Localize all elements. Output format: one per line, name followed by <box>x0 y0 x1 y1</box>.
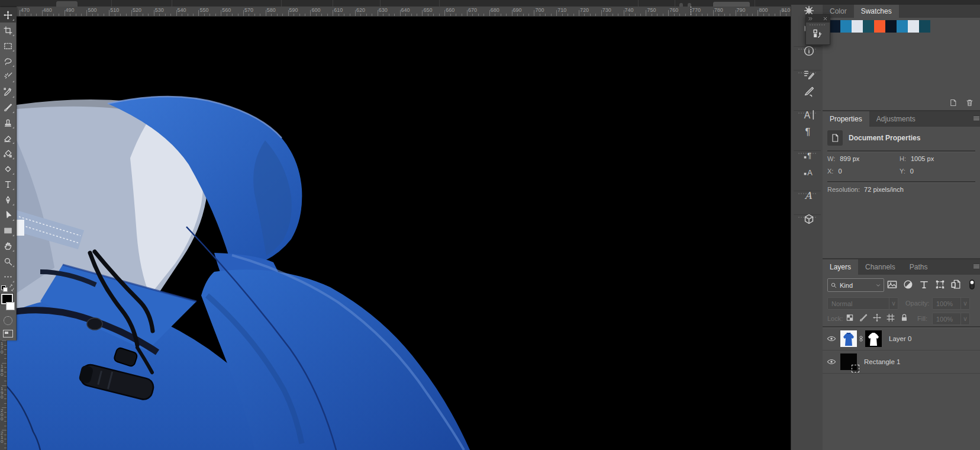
lock-transparent-pixels-icon[interactable] <box>845 313 855 323</box>
paragraph-styles-panel-icon[interactable]: ¶ <box>802 148 815 162</box>
expand-panel-icon[interactable] <box>808 16 813 21</box>
layer-visibility-eye-icon[interactable] <box>823 358 840 365</box>
layer-row[interactable]: Layer 0 <box>823 327 980 351</box>
tab-swatches[interactable]: Swatches <box>854 5 899 18</box>
ruler-label: 210 <box>1 431 3 443</box>
hand-tool[interactable] <box>0 238 16 253</box>
blend-mode-dropdown[interactable]: Normal ∨ <box>827 297 898 310</box>
marquee-tool[interactable] <box>0 38 16 53</box>
tab-channels[interactable]: Channels <box>858 259 902 275</box>
document-properties-header: Document Properties <box>827 130 920 146</box>
lock-artboard-icon[interactable] <box>886 313 895 323</box>
lock-all-icon[interactable] <box>900 313 909 323</box>
eraser-tool[interactable] <box>0 130 16 146</box>
character-styles-panel-icon[interactable]: A <box>802 165 815 179</box>
threed-panel-icon[interactable] <box>802 212 815 226</box>
floating-panel-header[interactable] <box>806 15 830 22</box>
dimension-w: W:899 px <box>827 155 900 162</box>
layer-visibility-eye-icon[interactable] <box>823 335 840 342</box>
filter-shape-icon[interactable] <box>934 278 946 291</box>
fill-dropdown[interactable]: 100% ∨ <box>932 313 970 325</box>
tab-adjustments[interactable]: Adjustments <box>869 111 923 127</box>
rectangle-tool[interactable] <box>0 223 16 238</box>
mask-link-icon[interactable] <box>858 333 865 344</box>
brush-tool[interactable] <box>0 99 16 115</box>
chevron-down-icon <box>875 282 881 288</box>
lock-position-icon[interactable] <box>872 313 882 323</box>
svg-text:¶: ¶ <box>807 151 811 160</box>
brushes-panel-icon[interactable] <box>802 84 815 98</box>
horizontal-ruler[interactable]: 4704804905005105205305405505605705805906… <box>17 7 791 17</box>
default-colors-icon[interactable] <box>1 285 8 292</box>
vertical-ruler[interactable]: 170180190200210 <box>0 340 7 450</box>
clone-source-panel-icon[interactable] <box>811 28 823 41</box>
color-swatch[interactable] <box>897 20 908 33</box>
tools-panel <box>0 7 17 340</box>
ruler-label: 630 <box>379 7 388 13</box>
new-swatch-icon[interactable] <box>949 98 958 107</box>
color-swatch[interactable] <box>829 20 840 33</box>
filter-type-icon[interactable] <box>918 278 930 291</box>
ruler-label: 490 <box>66 7 75 13</box>
layer-row[interactable]: Rectangle 1 <box>823 351 980 374</box>
panel-menu-icon[interactable] <box>973 115 980 122</box>
layer-filter-kind-dropdown[interactable]: Kind <box>827 278 884 292</box>
gradient-bucket-tool[interactable] <box>0 146 16 161</box>
tab-paths[interactable]: Paths <box>902 259 935 275</box>
edit-toolbar[interactable] <box>0 269 16 284</box>
grip-handle[interactable] <box>810 24 825 25</box>
character-panel-icon[interactable]: A <box>802 108 815 122</box>
screen-mode-icon[interactable] <box>3 330 13 338</box>
tab-properties[interactable]: Properties <box>823 111 869 127</box>
paragraph-panel-icon[interactable]: ¶ <box>802 124 815 139</box>
tab-layers[interactable]: Layers <box>823 259 858 275</box>
section-divider <box>827 181 975 183</box>
delete-swatch-icon[interactable] <box>965 98 974 107</box>
shape-diamond-tool[interactable] <box>0 161 16 176</box>
brush-settings-panel-icon[interactable] <box>802 68 815 82</box>
layer-thumbnail[interactable] <box>840 330 857 347</box>
filter-image-icon[interactable] <box>886 278 898 291</box>
layer-name[interactable]: Rectangle 1 <box>864 358 900 365</box>
ruler-label: 600 <box>311 7 320 13</box>
color-swatch[interactable] <box>919 20 930 33</box>
chevron-down-icon: ∨ <box>889 298 898 309</box>
info-panel-icon[interactable] <box>802 44 815 58</box>
panel-menu-icon[interactable] <box>973 263 980 270</box>
color-swatch[interactable] <box>874 20 885 33</box>
resolution-value: 72 pixels/inch <box>864 186 904 193</box>
layer-mask-thumbnail[interactable] <box>865 330 882 347</box>
type-tool[interactable] <box>0 176 16 192</box>
filter-adjustment-icon[interactable] <box>902 278 914 291</box>
lock-image-pixels-icon[interactable] <box>859 313 868 323</box>
path-select-tool[interactable] <box>0 207 16 223</box>
eyedropper-tool[interactable] <box>0 84 16 99</box>
color-swatch[interactable] <box>908 20 919 33</box>
color-swatch[interactable] <box>852 20 863 33</box>
color-swatch[interactable] <box>885 20 897 33</box>
floating-collapsed-panel <box>805 14 830 45</box>
layer-thumbnail[interactable] <box>840 353 857 370</box>
clone-stamp-tool[interactable] <box>0 115 16 130</box>
color-swatch[interactable] <box>863 20 874 33</box>
background-color-chip[interactable] <box>6 302 15 310</box>
color-swatch[interactable] <box>840 20 852 33</box>
swap-colors-icon[interactable] <box>8 284 15 291</box>
pen-tool[interactable] <box>0 192 16 207</box>
move-tool[interactable] <box>0 7 16 22</box>
lasso-tool[interactable] <box>0 53 16 69</box>
filter-toggle-switch[interactable] <box>966 278 978 291</box>
filter-smart-object-icon[interactable] <box>950 278 962 291</box>
close-icon[interactable] <box>823 16 828 21</box>
magic-wand-tool[interactable] <box>0 69 16 84</box>
crop-tool[interactable] <box>0 22 16 38</box>
zoom-tool[interactable] <box>0 253 16 269</box>
opacity-label: Opacity: <box>905 300 929 307</box>
chevron-up-icon[interactable] <box>781 8 787 14</box>
svg-text:A: A <box>804 190 813 201</box>
canvas-image[interactable] <box>6 16 791 450</box>
opacity-dropdown[interactable]: 100% ∨ <box>932 297 970 310</box>
glyphs-panel-icon[interactable]: A <box>802 188 815 202</box>
quick-mask-icon[interactable] <box>4 316 12 325</box>
layer-name[interactable]: Layer 0 <box>889 335 911 342</box>
